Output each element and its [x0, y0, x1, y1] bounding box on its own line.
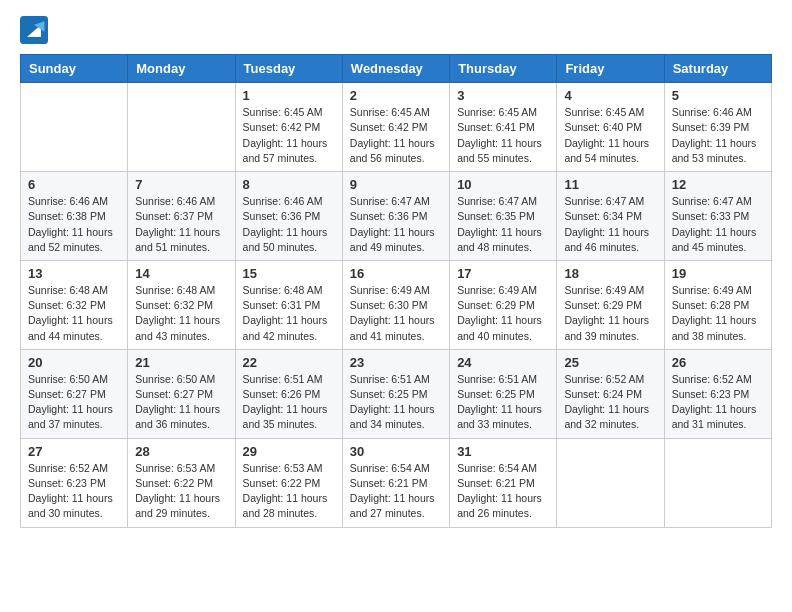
- day-info: Sunrise: 6:53 AM Sunset: 6:22 PM Dayligh…: [243, 461, 335, 522]
- day-number: 11: [564, 177, 656, 192]
- day-number: 18: [564, 266, 656, 281]
- day-number: 20: [28, 355, 120, 370]
- day-info: Sunrise: 6:52 AM Sunset: 6:24 PM Dayligh…: [564, 372, 656, 433]
- day-number: 26: [672, 355, 764, 370]
- day-info: Sunrise: 6:53 AM Sunset: 6:22 PM Dayligh…: [135, 461, 227, 522]
- day-cell: 18Sunrise: 6:49 AM Sunset: 6:29 PM Dayli…: [557, 260, 664, 349]
- weekday-monday: Monday: [128, 55, 235, 83]
- day-number: 4: [564, 88, 656, 103]
- day-cell: 31Sunrise: 6:54 AM Sunset: 6:21 PM Dayli…: [450, 438, 557, 527]
- day-cell: 22Sunrise: 6:51 AM Sunset: 6:26 PM Dayli…: [235, 349, 342, 438]
- week-row-5: 27Sunrise: 6:52 AM Sunset: 6:23 PM Dayli…: [21, 438, 772, 527]
- day-number: 7: [135, 177, 227, 192]
- day-number: 21: [135, 355, 227, 370]
- weekday-sunday: Sunday: [21, 55, 128, 83]
- day-number: 25: [564, 355, 656, 370]
- day-number: 31: [457, 444, 549, 459]
- day-info: Sunrise: 6:45 AM Sunset: 6:40 PM Dayligh…: [564, 105, 656, 166]
- day-number: 10: [457, 177, 549, 192]
- day-cell: 2Sunrise: 6:45 AM Sunset: 6:42 PM Daylig…: [342, 83, 449, 172]
- day-info: Sunrise: 6:46 AM Sunset: 6:39 PM Dayligh…: [672, 105, 764, 166]
- day-cell: 13Sunrise: 6:48 AM Sunset: 6:32 PM Dayli…: [21, 260, 128, 349]
- day-info: Sunrise: 6:46 AM Sunset: 6:37 PM Dayligh…: [135, 194, 227, 255]
- week-row-4: 20Sunrise: 6:50 AM Sunset: 6:27 PM Dayli…: [21, 349, 772, 438]
- day-cell: 19Sunrise: 6:49 AM Sunset: 6:28 PM Dayli…: [664, 260, 771, 349]
- day-info: Sunrise: 6:46 AM Sunset: 6:38 PM Dayligh…: [28, 194, 120, 255]
- day-info: Sunrise: 6:47 AM Sunset: 6:36 PM Dayligh…: [350, 194, 442, 255]
- day-cell: [557, 438, 664, 527]
- day-info: Sunrise: 6:47 AM Sunset: 6:34 PM Dayligh…: [564, 194, 656, 255]
- day-cell: 14Sunrise: 6:48 AM Sunset: 6:32 PM Dayli…: [128, 260, 235, 349]
- day-number: 3: [457, 88, 549, 103]
- day-number: 23: [350, 355, 442, 370]
- logo-icon: [20, 16, 48, 44]
- weekday-header-row: SundayMondayTuesdayWednesdayThursdayFrid…: [21, 55, 772, 83]
- day-info: Sunrise: 6:51 AM Sunset: 6:26 PM Dayligh…: [243, 372, 335, 433]
- day-cell: 23Sunrise: 6:51 AM Sunset: 6:25 PM Dayli…: [342, 349, 449, 438]
- week-row-2: 6Sunrise: 6:46 AM Sunset: 6:38 PM Daylig…: [21, 172, 772, 261]
- weekday-saturday: Saturday: [664, 55, 771, 83]
- day-info: Sunrise: 6:45 AM Sunset: 6:42 PM Dayligh…: [350, 105, 442, 166]
- day-number: 6: [28, 177, 120, 192]
- day-info: Sunrise: 6:45 AM Sunset: 6:41 PM Dayligh…: [457, 105, 549, 166]
- day-cell: 8Sunrise: 6:46 AM Sunset: 6:36 PM Daylig…: [235, 172, 342, 261]
- day-cell: 25Sunrise: 6:52 AM Sunset: 6:24 PM Dayli…: [557, 349, 664, 438]
- day-number: 28: [135, 444, 227, 459]
- day-info: Sunrise: 6:46 AM Sunset: 6:36 PM Dayligh…: [243, 194, 335, 255]
- week-row-3: 13Sunrise: 6:48 AM Sunset: 6:32 PM Dayli…: [21, 260, 772, 349]
- day-number: 2: [350, 88, 442, 103]
- day-info: Sunrise: 6:51 AM Sunset: 6:25 PM Dayligh…: [457, 372, 549, 433]
- day-info: Sunrise: 6:52 AM Sunset: 6:23 PM Dayligh…: [28, 461, 120, 522]
- day-info: Sunrise: 6:47 AM Sunset: 6:35 PM Dayligh…: [457, 194, 549, 255]
- day-number: 24: [457, 355, 549, 370]
- page-header: [20, 20, 772, 44]
- day-cell: 7Sunrise: 6:46 AM Sunset: 6:37 PM Daylig…: [128, 172, 235, 261]
- day-cell: 3Sunrise: 6:45 AM Sunset: 6:41 PM Daylig…: [450, 83, 557, 172]
- day-number: 16: [350, 266, 442, 281]
- day-cell: 27Sunrise: 6:52 AM Sunset: 6:23 PM Dayli…: [21, 438, 128, 527]
- day-cell: 4Sunrise: 6:45 AM Sunset: 6:40 PM Daylig…: [557, 83, 664, 172]
- weekday-wednesday: Wednesday: [342, 55, 449, 83]
- day-info: Sunrise: 6:51 AM Sunset: 6:25 PM Dayligh…: [350, 372, 442, 433]
- day-cell: [21, 83, 128, 172]
- day-number: 29: [243, 444, 335, 459]
- day-number: 17: [457, 266, 549, 281]
- day-info: Sunrise: 6:49 AM Sunset: 6:28 PM Dayligh…: [672, 283, 764, 344]
- day-cell: [128, 83, 235, 172]
- day-info: Sunrise: 6:50 AM Sunset: 6:27 PM Dayligh…: [135, 372, 227, 433]
- day-number: 5: [672, 88, 764, 103]
- day-info: Sunrise: 6:45 AM Sunset: 6:42 PM Dayligh…: [243, 105, 335, 166]
- day-cell: 15Sunrise: 6:48 AM Sunset: 6:31 PM Dayli…: [235, 260, 342, 349]
- day-number: 9: [350, 177, 442, 192]
- day-cell: 16Sunrise: 6:49 AM Sunset: 6:30 PM Dayli…: [342, 260, 449, 349]
- day-info: Sunrise: 6:48 AM Sunset: 6:31 PM Dayligh…: [243, 283, 335, 344]
- day-number: 14: [135, 266, 227, 281]
- day-info: Sunrise: 6:54 AM Sunset: 6:21 PM Dayligh…: [350, 461, 442, 522]
- day-cell: [664, 438, 771, 527]
- day-number: 1: [243, 88, 335, 103]
- day-info: Sunrise: 6:52 AM Sunset: 6:23 PM Dayligh…: [672, 372, 764, 433]
- day-cell: 28Sunrise: 6:53 AM Sunset: 6:22 PM Dayli…: [128, 438, 235, 527]
- day-info: Sunrise: 6:50 AM Sunset: 6:27 PM Dayligh…: [28, 372, 120, 433]
- day-cell: 29Sunrise: 6:53 AM Sunset: 6:22 PM Dayli…: [235, 438, 342, 527]
- day-number: 8: [243, 177, 335, 192]
- day-info: Sunrise: 6:47 AM Sunset: 6:33 PM Dayligh…: [672, 194, 764, 255]
- day-cell: 24Sunrise: 6:51 AM Sunset: 6:25 PM Dayli…: [450, 349, 557, 438]
- day-info: Sunrise: 6:48 AM Sunset: 6:32 PM Dayligh…: [28, 283, 120, 344]
- day-info: Sunrise: 6:48 AM Sunset: 6:32 PM Dayligh…: [135, 283, 227, 344]
- day-cell: 1Sunrise: 6:45 AM Sunset: 6:42 PM Daylig…: [235, 83, 342, 172]
- day-number: 22: [243, 355, 335, 370]
- day-cell: 30Sunrise: 6:54 AM Sunset: 6:21 PM Dayli…: [342, 438, 449, 527]
- logo: [20, 20, 50, 44]
- day-number: 30: [350, 444, 442, 459]
- day-cell: 12Sunrise: 6:47 AM Sunset: 6:33 PM Dayli…: [664, 172, 771, 261]
- week-row-1: 1Sunrise: 6:45 AM Sunset: 6:42 PM Daylig…: [21, 83, 772, 172]
- day-cell: 9Sunrise: 6:47 AM Sunset: 6:36 PM Daylig…: [342, 172, 449, 261]
- day-number: 15: [243, 266, 335, 281]
- day-info: Sunrise: 6:49 AM Sunset: 6:30 PM Dayligh…: [350, 283, 442, 344]
- day-info: Sunrise: 6:49 AM Sunset: 6:29 PM Dayligh…: [564, 283, 656, 344]
- day-cell: 26Sunrise: 6:52 AM Sunset: 6:23 PM Dayli…: [664, 349, 771, 438]
- day-cell: 5Sunrise: 6:46 AM Sunset: 6:39 PM Daylig…: [664, 83, 771, 172]
- day-cell: 17Sunrise: 6:49 AM Sunset: 6:29 PM Dayli…: [450, 260, 557, 349]
- day-cell: 21Sunrise: 6:50 AM Sunset: 6:27 PM Dayli…: [128, 349, 235, 438]
